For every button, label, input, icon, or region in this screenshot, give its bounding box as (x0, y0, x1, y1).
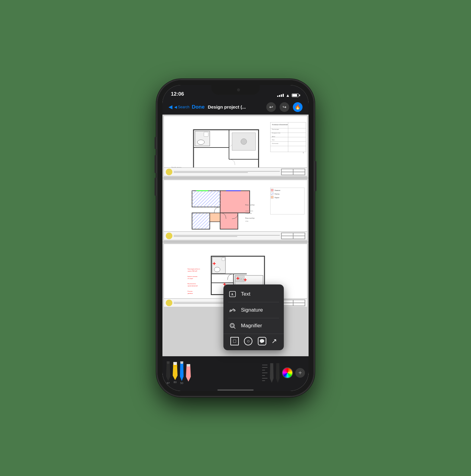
page-1-content: Дизайн-проект г. М. Москвы План работ Ус… (164, 116, 307, 176)
eraser-icon (186, 364, 191, 382)
page-separator-1 (162, 177, 309, 179)
black-pen-label: 97 (167, 382, 170, 385)
svg-point-91 (231, 324, 233, 327)
svg-rect-48 (271, 196, 274, 198)
square-shape-button[interactable]: □ (230, 337, 239, 345)
nav-right-icons: ↩ ↪ 🔥 (266, 102, 303, 112)
home-bar (217, 389, 254, 391)
blue-pen-icon (180, 361, 184, 381)
svg-rect-28 (220, 191, 250, 213)
footer-table (281, 169, 305, 175)
svg-point-13 (197, 140, 205, 144)
phone-frame: 12:06 ▲ (157, 80, 314, 396)
svg-text:Условные обозначения: Условные обозначения (272, 124, 288, 125)
page-1-footer (164, 167, 307, 176)
floor-plan-1-svg: Дизайн-проект г. М. Москвы План работ Ус… (164, 116, 307, 176)
home-indicator (162, 389, 309, 391)
speech-shape-button[interactable]: 💬 (258, 337, 266, 345)
undo-icon: ↩ (269, 104, 273, 110)
magnifier-tool-icon (228, 322, 237, 330)
redo-button[interactable]: ↪ (280, 102, 289, 112)
footer-stamp-3 (166, 300, 172, 306)
svg-rect-32 (192, 213, 210, 229)
drawing-toolbar: 97 80 (162, 356, 309, 391)
volume-down-button[interactable] (155, 178, 156, 196)
signal-icon (277, 94, 284, 97)
footer-table-3 (281, 300, 305, 306)
undo-button[interactable]: ↩ (266, 102, 276, 112)
done-button[interactable]: Done (192, 104, 205, 110)
svg-marker-103 (276, 363, 280, 383)
page-2-content: Ваш выбор напольного покрытия Ваш выбор … (164, 180, 307, 240)
circle-shape-button[interactable]: ○ (244, 337, 252, 345)
dark-pen-1-tool[interactable] (270, 363, 274, 383)
redo-icon: ↪ (283, 104, 287, 110)
dark-pen-2-tool[interactable] (276, 363, 280, 383)
svg-marker-99 (180, 361, 183, 364)
svg-text:Ваш выбор: Ваш выбор (245, 204, 255, 206)
clock: 12:06 (171, 91, 184, 98)
svg-rect-29 (220, 213, 238, 229)
popup-signature-item[interactable]: Signature (223, 302, 284, 318)
camera-dot (237, 88, 240, 91)
black-pen-icon (166, 361, 170, 381)
plus-icon: + (298, 370, 302, 376)
svg-text:Кабель питания: Кабель питания (187, 276, 197, 277)
page-2-footer (164, 231, 307, 240)
svg-marker-101 (187, 364, 190, 367)
svg-text:напольного: напольного (245, 210, 253, 212)
black-pen-tool[interactable]: 97 (166, 361, 170, 385)
svg-marker-100 (186, 364, 191, 382)
ruler-tool[interactable] (262, 365, 268, 381)
footer-stamp (166, 169, 172, 175)
wifi-icon: ▲ (286, 93, 290, 98)
mute-button[interactable] (155, 137, 156, 149)
svg-text:3*1.5мм²: 3*1.5мм² (187, 278, 193, 279)
share-button[interactable]: 🔥 (293, 102, 303, 112)
signature-tool-icon (228, 306, 237, 314)
yellow-marker-tool[interactable]: 80 (173, 362, 178, 384)
svg-text:1: 1 (303, 152, 304, 154)
document-page-2: Ваш выбор напольного покрытия Ваш выбор … (164, 180, 307, 240)
phone-screen: 12:06 ▲ (162, 85, 309, 391)
arrow-shape-button[interactable]: ↗ (271, 337, 277, 345)
power-button[interactable] (315, 161, 316, 191)
popup-magnifier-item[interactable]: Magnifier (223, 318, 284, 334)
nav-title: Done Design project (... (171, 104, 266, 110)
svg-text:Сантехника: Сантехника (272, 143, 278, 144)
svg-text:двойная: двойная (187, 293, 193, 294)
svg-rect-46 (271, 192, 274, 195)
svg-point-60 (214, 267, 220, 272)
status-icons: ▲ (277, 93, 300, 98)
eraser-tool[interactable] (186, 364, 191, 382)
footer-table-2 (281, 233, 305, 239)
blue-pen-label: 50 (180, 382, 183, 385)
notch (211, 85, 260, 95)
footer-lines-2 (174, 235, 280, 237)
volume-up-button[interactable] (155, 155, 156, 173)
battery-icon (292, 94, 300, 97)
svg-text:Окно: Окно (272, 139, 275, 141)
svg-text:Ваш выбор: Ваш выбор (245, 217, 255, 219)
footer-lines (174, 171, 280, 173)
popup-text-item[interactable]: A Text (223, 286, 284, 302)
svg-rect-97 (173, 365, 177, 367)
svg-text:Розетка: Розетка (187, 290, 192, 292)
svg-text:A: A (231, 292, 233, 296)
svg-text:Выключатель: Выключатель (187, 283, 196, 284)
svg-marker-93 (166, 361, 170, 381)
add-tool-button[interactable]: + (295, 368, 305, 378)
svg-marker-98 (180, 361, 184, 381)
color-picker-button[interactable] (282, 367, 293, 378)
context-popup-menu: A Text (223, 284, 284, 350)
svg-rect-31 (192, 191, 220, 207)
svg-text:Перегородка: Перегородка (272, 129, 279, 130)
text-label: Text (241, 291, 250, 297)
svg-text:Паркет: Паркет (274, 197, 280, 198)
svg-rect-14 (204, 132, 208, 137)
blue-pen-tool[interactable]: 50 (180, 361, 184, 385)
svg-rect-63 (236, 276, 244, 282)
document-pages-area[interactable]: Дизайн-проект г. М. Москвы План работ Ус… (162, 115, 309, 391)
phone-device: 12:06 ▲ (157, 80, 314, 396)
svg-point-16 (241, 139, 247, 145)
